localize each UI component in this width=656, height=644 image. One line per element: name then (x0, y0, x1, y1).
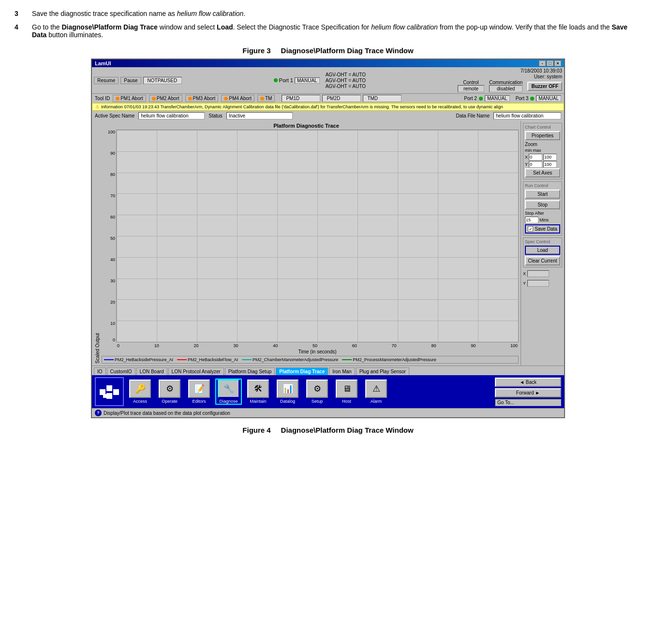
buzzer-button[interactable]: Buzzer OFF (527, 82, 562, 91)
tab-plug-play[interactable]: Plug and Play Sensor (356, 367, 409, 375)
step-4-text4: from the pop-up window. Verify that the … (438, 23, 612, 31)
chart-control-title: Chart Control (525, 125, 560, 130)
icon-access[interactable]: 🔑 Access (127, 380, 153, 404)
close-btn[interactable]: × (554, 60, 561, 66)
port-2-dot (479, 97, 483, 101)
icon-maintain[interactable]: 🛠 Maintain (245, 380, 271, 404)
tab-platform-diag-setup[interactable]: Platform Diag Setup (225, 367, 275, 375)
save-data-checkbox: ✓ (528, 226, 533, 232)
spec-control-group: Spec Control Load Clear Current (523, 237, 562, 267)
x-min-input[interactable] (529, 154, 542, 161)
load-button[interactable]: Load (525, 246, 560, 255)
svg-rect-3 (106, 393, 112, 399)
tab-platform-diag-trace[interactable]: Platform Diag Trace (276, 367, 328, 375)
figure-3-title: Figure 3 Diagnose\Platform Diag Trace Wi… (15, 46, 641, 55)
bottom-tabs: IO CustomIO LON Board LON Protocol Analy… (92, 366, 564, 375)
legend-item-4: PM2_ProcessManometerAdjustedPressure (342, 357, 436, 362)
back-button[interactable]: ◄ Back (495, 378, 561, 387)
active-spec-label: Active Spec Name (95, 113, 134, 118)
status-bar: ? Display/Plot trace data based on the d… (92, 408, 564, 417)
stop-button[interactable]: Stop (525, 200, 560, 209)
step-3-num: 3 (15, 10, 24, 17)
chart-title: Platform Diagnostic Trace (94, 123, 519, 129)
resume-button[interactable]: Resume (94, 77, 119, 84)
pm2-abort-btn[interactable]: PM2 Abort (149, 95, 182, 102)
maximize-btn[interactable]: □ (547, 60, 553, 66)
forward-button[interactable]: Forward ► (495, 388, 561, 397)
step-3-italic: helium flow calibration (177, 10, 244, 17)
icon-host[interactable]: 🖥 Host (333, 380, 360, 404)
tab-lon-board[interactable]: LON Board (136, 367, 167, 375)
step-4-bold2: Load (217, 23, 233, 31)
tab-customio[interactable]: CustomIO (107, 367, 135, 375)
pause-button[interactable]: Pause (120, 77, 141, 84)
titlebar-controls: - □ × (539, 60, 561, 66)
pm4-abort-btn[interactable]: PM4 Abort (221, 95, 254, 102)
min-label: min (525, 148, 532, 153)
y-max-input[interactable] (543, 161, 557, 168)
active-spec-input[interactable] (138, 112, 205, 119)
x-ticks: 0 10 20 30 40 50 60 70 80 90 100 (116, 343, 519, 348)
diagnose-label: Diagnose (219, 399, 238, 404)
y-coord-input[interactable] (527, 280, 549, 287)
chart-legend: PM2_HeBacksidePressure_AI PM2_HeBackside… (102, 356, 519, 364)
setup-label: Setup (312, 399, 323, 404)
port-2-label: Port 2 (464, 96, 477, 101)
tool-id-label: Tool ID (95, 96, 110, 101)
port-3-value: MANUAL (536, 95, 561, 102)
tmd-status: TMD (363, 95, 402, 102)
x-coord-label: X (523, 271, 526, 276)
icon-editors[interactable]: 📝 Editors (186, 380, 212, 404)
icon-datalog[interactable]: 📊 Datalog (274, 380, 301, 404)
icon-operate[interactable]: ⚙ Operate (156, 380, 183, 404)
x-max-input[interactable] (543, 154, 557, 161)
icon-alarm[interactable]: ⚠ Alarm (363, 380, 389, 404)
app-logo (95, 377, 124, 406)
side-panel: Chart Control Properties Zoom min max X … (521, 121, 564, 366)
tm-btn[interactable]: TM (257, 95, 275, 102)
host-icon: 🖥 (336, 380, 358, 398)
main-window: LamUI - □ × Resume Pause NOTPAUSED Port … (91, 59, 565, 418)
data-file-input[interactable] (493, 112, 561, 119)
window-title: LamUI (95, 60, 111, 66)
save-data-button[interactable]: ✓ Save Data (525, 224, 560, 234)
x-coord-input[interactable] (527, 270, 549, 277)
properties-button[interactable]: Properties (525, 131, 560, 140)
stop-after-input[interactable] (525, 217, 538, 223)
zoom-row: min max (525, 148, 560, 153)
icon-setup[interactable]: ⚙ Setup (304, 380, 330, 404)
clear-current-button[interactable]: Clear Current (525, 256, 560, 265)
chart-grid (116, 130, 519, 342)
goto-input[interactable] (495, 399, 561, 406)
tab-io[interactable]: IO (94, 367, 106, 375)
legend-item-3: PM2_ChamberManometerAdjustedPressure (242, 357, 338, 362)
tab-iron-man[interactable]: Iron Man (329, 367, 355, 375)
mins-label: Mins (539, 218, 549, 222)
step-4: 4 Go to the Diagnose\Platform Diag Trace… (15, 23, 641, 39)
port-1: Port 1 MANUAL (274, 77, 320, 84)
pm3-abort-btn[interactable]: PM3 Abort (185, 95, 219, 102)
max-label: max (533, 148, 541, 153)
pm2d-status: PM2D (322, 95, 361, 102)
start-button[interactable]: Start (525, 190, 560, 199)
icon-diagnose[interactable]: 🔧 Diagnose (215, 379, 242, 405)
minimize-btn[interactable]: - (539, 60, 546, 66)
icon-bar: 🔑 Access ⚙ Operate 📝 Editors 🔧 Diagnose … (92, 375, 564, 408)
zoom-label: Zoom (525, 142, 560, 147)
pm1-abort-btn[interactable]: PM1 Abort (113, 95, 146, 102)
save-data-label: Save Data (535, 226, 557, 232)
datalog-label: Datalog (280, 399, 295, 404)
step-4-italic: helium flow calibration (371, 23, 438, 31)
port-2-value: MANUAL (485, 95, 510, 102)
port-1-dot (274, 78, 278, 82)
y-coord-row: Y (523, 280, 562, 287)
info-bar: ⚠ Information 07/01/03 19:23:43 Transfer… (92, 103, 564, 111)
help-icon[interactable]: ? (95, 410, 102, 416)
tab-lon-protocol[interactable]: LON Protocol Analyzer (168, 367, 224, 375)
svg-rect-2 (113, 389, 119, 395)
stop-after-label: Stop After (525, 211, 544, 216)
y-min-input[interactable] (529, 161, 542, 168)
diagnose-icon: 🔧 (218, 380, 239, 398)
set-axes-button[interactable]: Set Axes (525, 168, 560, 177)
comm-box: Communication disabled (489, 80, 522, 92)
